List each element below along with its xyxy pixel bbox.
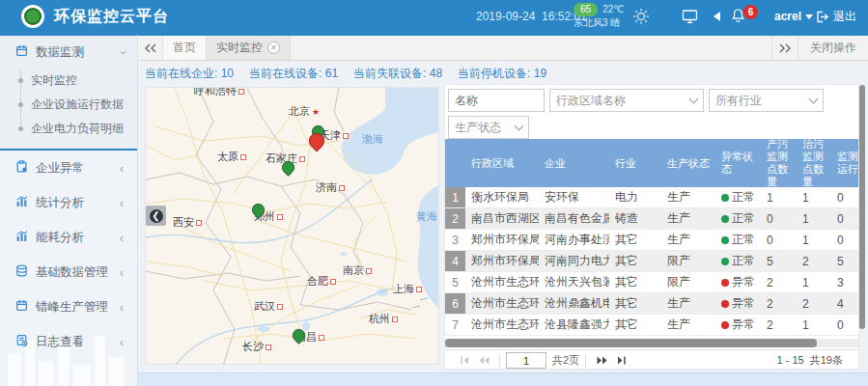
user-menu[interactable]: acrel: [774, 10, 813, 23]
close-operations-menu[interactable]: 关闭操作: [798, 40, 868, 56]
table-cell: 2: [761, 276, 797, 290]
table-row[interactable]: 2南昌市西湖区环南昌有色金属有铸造生产正常010: [445, 208, 858, 230]
sidebar-item-2[interactable]: 统计分析‹: [0, 185, 137, 220]
table-row[interactable]: 7沧州市生态环保沧县隆鑫强力加其它生产异常210: [445, 315, 858, 336]
map-city-label-10: 上海: [393, 282, 422, 296]
weather-widget: 65 22℃ 东北风3 晴: [574, 3, 624, 30]
wind-condition: 东北风3 晴: [574, 16, 624, 30]
table-row[interactable]: 1衡水环保局安环保电力生产正常110: [445, 187, 858, 208]
pagination-bar: 共2页 1 - 15 共19条: [445, 349, 858, 371]
last-page-button[interactable]: [611, 355, 630, 366]
map-city-label-3: 太原: [217, 150, 246, 164]
sidebar-subitem-1[interactable]: 企业设施运行数据: [31, 93, 137, 117]
enterprise-table: 行政区域企业行业生产状态异常状态产污监测点数量治污监测点数量监测点 运行 1衡水…: [445, 139, 858, 336]
city-marker-icon: [330, 279, 336, 285]
table-cell: 沧州天兴包装制: [539, 274, 609, 290]
row-range-label: 1 - 15 共19条: [776, 353, 843, 368]
monitor-icon[interactable]: [682, 9, 698, 27]
prev-page-button[interactable]: [474, 355, 493, 366]
sidebar-item-6[interactable]: 日志查看‹: [0, 324, 137, 359]
city-marker-icon: [299, 156, 305, 162]
city-marker-icon: [277, 304, 283, 310]
table-header-cell-7: 监测点 运行: [831, 139, 858, 187]
table-row[interactable]: 3郑州市环保局河南办事处演示其它生产正常010: [445, 230, 858, 251]
table-header-cell-5: 产污监测点数量: [761, 139, 797, 187]
table-header-cell-0: 行政区域: [465, 139, 539, 187]
tab-0[interactable]: 首页: [163, 36, 207, 60]
chevron-left-icon: ❮: [150, 209, 163, 223]
city-marker-icon: [319, 335, 324, 341]
logout-icon: [816, 11, 829, 23]
sidebar-item-1[interactable]: 企业异常‹: [0, 151, 137, 185]
production-status-select[interactable]: 生产状态: [448, 116, 529, 139]
bullet-dot-icon: [18, 102, 23, 107]
sidebar-submenu: 实时监控企业设施运行数据企业电力负荷明细: [0, 69, 137, 141]
region-select[interactable]: 行政区域名称: [549, 89, 704, 112]
temperature: 22℃: [602, 3, 624, 16]
table-cell: 电力: [609, 189, 661, 206]
table-cell: 2: [797, 297, 831, 311]
horizontal-scrollbar[interactable]: [445, 339, 858, 347]
sidebar-item-5[interactable]: 错峰生产管理‹: [0, 290, 137, 324]
status-dot-icon: [721, 215, 729, 223]
sidebar-item-3[interactable]: 能耗分析‹: [0, 220, 137, 255]
sidebar-subitem-0[interactable]: 实时监控: [31, 69, 137, 93]
table-cell: 其它: [609, 295, 661, 312]
row-number-cell: 5: [445, 272, 465, 292]
sidebar-item-4[interactable]: 基础数据管理‹: [0, 255, 137, 290]
table-header-cell-1: 企业: [539, 139, 609, 187]
table-cell: 1: [797, 276, 831, 290]
table-cell: 0: [831, 318, 858, 332]
logout-button[interactable]: 退出: [816, 9, 856, 25]
tab-1[interactable]: 实时监控×: [207, 36, 291, 60]
chevron-left-icon: ‹: [120, 161, 124, 176]
vertical-scrollbar[interactable]: [859, 85, 865, 329]
sidebar-item-0[interactable]: 数据监测‹: [0, 36, 137, 69]
capital-star-icon: ★: [312, 107, 320, 117]
bullet-dot-icon: [18, 78, 23, 83]
name-search-input[interactable]: [448, 89, 545, 112]
close-icon[interactable]: ×: [267, 41, 280, 54]
row-number-cell: 2: [445, 208, 465, 229]
table-cell: 生产: [661, 232, 715, 248]
abnormal-status-cell: 正常: [715, 232, 761, 248]
table-cell: 0: [831, 212, 858, 226]
city-name: 武汉: [254, 299, 275, 314]
sea-label-0: 渤海: [362, 132, 383, 147]
calendar-icon: [15, 44, 28, 60]
table-row[interactable]: 4郑州市环保局河南同力电力设其它限产正常525: [445, 251, 858, 272]
sidebar-item-label: 能耗分析: [36, 230, 84, 246]
map-city-label-12: 杭州: [369, 312, 398, 326]
speaker-icon[interactable]: [711, 11, 722, 25]
table-cell: 沧州市生态环保: [465, 274, 539, 290]
table-row[interactable]: 6沧州市生态环保沧州鼎鑫机电设其它生产异常224: [445, 293, 858, 315]
map-city-label-5: 济南: [316, 180, 345, 195]
database-icon: [15, 264, 28, 280]
app-logo-icon: [21, 5, 44, 28]
table-cell: 0: [761, 212, 797, 226]
industry-select[interactable]: 所有行业: [709, 89, 824, 112]
page-number-input[interactable]: [506, 352, 546, 369]
stat-label: 当前在线企业:: [145, 67, 221, 80]
log-icon: [15, 334, 28, 349]
next-page-button[interactable]: [592, 355, 611, 366]
status-dot-icon: [721, 236, 729, 244]
city-name: 呼和浩特: [194, 87, 237, 98]
china-map[interactable]: 呼和浩特北京★天津太原石家庄济南西安郑州南京合肥上海武汉杭州长沙南昌渤海黄海 ❮: [145, 87, 439, 365]
scroll-tabs-left-button[interactable]: [138, 36, 163, 60]
city-marker-icon: [238, 89, 244, 95]
stat-value: 10: [221, 67, 234, 80]
chevron-left-icon: ‹: [120, 265, 124, 280]
table-row[interactable]: 5沧州市生态环保沧州天兴包装制其它限产异常213: [445, 272, 858, 293]
alert-count-badge[interactable]: 6: [743, 5, 758, 19]
sidebar-nav: 数据监测‹实时监控企业设施运行数据企业电力负荷明细企业异常‹统计分析‹能耗分析‹…: [0, 34, 138, 386]
table-cell: 生产: [661, 295, 715, 312]
sidebar-item-label: 基础数据管理: [36, 264, 108, 281]
status-dot-icon: [721, 300, 729, 308]
chevron-left-icon: ‹: [120, 231, 124, 245]
app-title: 环保监控云平台: [54, 7, 169, 27]
collapse-panel-button[interactable]: ❮: [146, 206, 166, 226]
sidebar-subitem-2[interactable]: 企业电力负荷明细: [31, 117, 137, 141]
scroll-tabs-right-button[interactable]: [772, 43, 798, 53]
first-page-button[interactable]: [455, 355, 474, 366]
